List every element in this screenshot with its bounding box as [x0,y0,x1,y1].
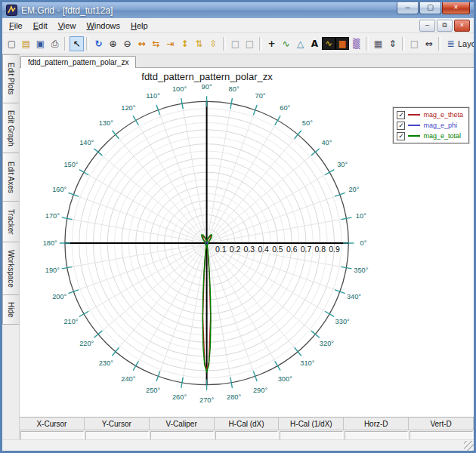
svg-text:0.7: 0.7 [301,245,312,254]
mdi-restore-button[interactable]: ⧉ [437,20,453,32]
svg-text:280°: 280° [227,393,241,401]
delta-marker-icon[interactable]: △ [293,36,308,51]
svg-text:110°: 110° [146,92,160,100]
mdi-close-button[interactable]: × [454,20,470,32]
menu-item[interactable]: Help [125,20,153,32]
app-icon[interactable] [6,5,17,16]
svg-text:290°: 290° [253,387,267,394]
axes-settings-icon[interactable]: ▦ [371,36,385,51]
plot-canvas[interactable]: fdtd_pattern_pattern_polar_zx 0°10°20°30… [20,68,474,417]
expand-horizontal-icon[interactable]: ⇥ [163,36,178,51]
legend-entry: ✓ mag_e_phi [397,121,463,130]
svg-text:260°: 260° [172,393,187,401]
readout-column-header: X-Cursor [20,418,85,430]
sidebar-tab-hide[interactable]: Hide [2,294,19,325]
maximize-button[interactable]: ▢ [419,2,441,14]
svg-text:40°: 40° [321,139,332,146]
readout-column-header: H-Cal (1/dX) [279,418,344,430]
svg-text:330°: 330° [335,318,350,325]
zoom-out-icon[interactable]: ⊖ [120,36,134,51]
svg-text:90°: 90° [202,83,212,91]
svg-text:220°: 220° [79,340,94,347]
menu-item[interactable]: View [53,20,82,32]
legend-label[interactable]: mag_e_theta [423,111,463,119]
readout-column-header: Horz-D [344,418,409,430]
legend-label[interactable]: mag_e_total [423,132,461,140]
layout-button-label[interactable]: Layout [458,39,474,48]
window-controls: – ▢ × [397,2,470,14]
svg-text:160°: 160° [52,186,66,193]
layout-icon[interactable]: ≣ [444,36,458,51]
refresh-icon[interactable]: ↻ [91,36,106,51]
fit-height-icon[interactable]: ↕ [178,36,192,51]
title-bar[interactable]: EM.Grid - [fdtd_tut12a] – ▢ × [2,2,474,18]
svg-text:140°: 140° [79,139,94,146]
readout-column-header: Vert-D [409,418,474,430]
menu-item[interactable]: Edit [28,20,53,32]
horizontal-scale-icon[interactable]: ⇔ [422,36,436,51]
grid-toggle-x-icon[interactable]: □ [228,36,243,51]
resize-grip[interactable] [464,441,474,451]
toolbar-separator[interactable] [402,37,405,51]
zoom-in-icon[interactable]: ⊕ [106,36,120,51]
svg-text:0.6: 0.6 [286,245,298,254]
legend-checkbox[interactable]: ✓ [397,111,405,119]
legend-line-swatch [408,125,420,126]
svg-text:270°: 270° [199,396,214,404]
add-marker-icon[interactable]: + [264,36,279,51]
smooth-curve-icon[interactable]: ∿ [279,36,293,51]
svg-text:100°: 100° [172,85,187,93]
blank-toggle-icon[interactable]: □ [407,36,422,51]
scroll-vertical-icon[interactable]: ⇅ [192,36,206,51]
open-file-icon[interactable]: ▤ [19,36,33,51]
main-area: Edit Plots Edit Graph Edit Axes Tracker … [2,54,474,439]
sidebar-tab-edit-plots[interactable]: Edit Plots [2,54,19,103]
toolbar-separator[interactable] [438,37,441,51]
sidebar-tab-tracker[interactable]: Tracker [2,201,19,242]
svg-text:340°: 340° [347,293,361,300]
sidebar-tab-edit-graph[interactable]: Edit Graph [2,103,19,153]
histogram-style-icon[interactable]: ▒ [349,36,363,51]
svg-text:0.4: 0.4 [258,245,269,254]
toolbar-separator[interactable] [64,37,67,51]
menu-item[interactable]: Windows [81,20,125,32]
toolbar-separator[interactable] [86,37,89,51]
toolbar-separator[interactable] [223,37,226,51]
sidebar-tab-edit-axes[interactable]: Edit Axes [2,153,19,202]
svg-text:0.2: 0.2 [230,245,241,254]
toolbar-separator[interactable] [259,37,262,51]
readout-column-header: V-Caliper [150,418,215,430]
print-icon[interactable]: ⎙ [48,36,62,51]
side-tab-strip: Edit Plots Edit Graph Edit Axes Tracker … [2,54,20,439]
close-button[interactable]: × [442,2,470,14]
mdi-minimize-button[interactable]: – [419,20,435,32]
plot-title: fdtd_pattern_pattern_polar_zx [141,71,272,82]
svg-text:300°: 300° [278,375,292,383]
legend-checkbox[interactable]: ✓ [397,122,405,130]
svg-text:170°: 170° [45,212,60,220]
legend-label[interactable]: mag_e_phi [423,122,457,129]
pointer-tool-icon[interactable]: ↖ [70,36,84,51]
mdi-window-controls: – ⧉ × [419,20,472,32]
legend-checkbox[interactable]: ✓ [397,132,405,140]
waveform-style-icon[interactable]: ∿ [322,37,335,50]
document-tab[interactable]: fdtd_pattern_pattern_polar_zx [20,56,136,68]
save-icon[interactable]: ▣ [33,36,48,51]
svg-text:0.8: 0.8 [314,245,326,254]
menu-item[interactable]: File [4,20,28,32]
text-label-icon[interactable]: A [308,36,322,51]
scroll-horizontal-icon[interactable]: ⇆ [149,36,163,51]
fit-width-icon[interactable]: ↔ [134,36,149,51]
svg-text:240°: 240° [121,375,135,383]
expand-vertical-icon[interactable]: ⇳ [206,36,221,51]
spectrum-style-icon[interactable]: ▆ [335,37,349,50]
grid-toggle-y-icon[interactable]: □ [243,36,257,51]
menu-bar: File Edit View Windows Help – ⧉ × [2,18,474,33]
minimize-button[interactable]: – [397,2,419,14]
toolbar-separator[interactable] [366,37,369,51]
svg-text:350°: 350° [354,267,368,274]
sidebar-tab-workspace[interactable]: Workspace [2,242,19,295]
vertical-scale-icon[interactable]: ⇕ [385,36,400,51]
svg-text:230°: 230° [99,359,113,367]
new-document-icon[interactable]: ▢ [5,36,19,51]
